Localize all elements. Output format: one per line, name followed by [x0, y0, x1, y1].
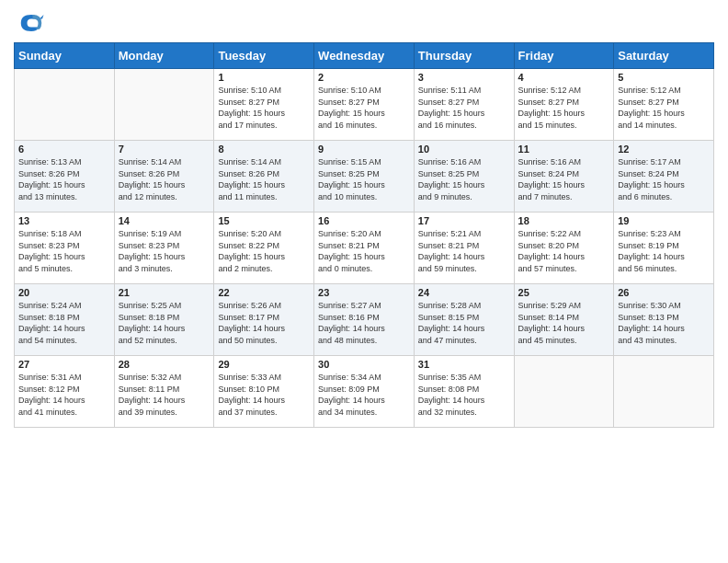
calendar-cell: 3Sunrise: 5:11 AM Sunset: 8:27 PM Daylig… — [414, 69, 514, 141]
calendar-week-row: 13Sunrise: 5:18 AM Sunset: 8:23 PM Dayli… — [15, 213, 714, 284]
calendar-cell: 21Sunrise: 5:25 AM Sunset: 8:18 PM Dayli… — [114, 284, 214, 356]
logo-icon — [17, 9, 45, 37]
calendar-cell: 23Sunrise: 5:27 AM Sunset: 8:16 PM Dayli… — [314, 284, 415, 356]
day-info: Sunrise: 5:15 AM Sunset: 8:25 PM Dayligh… — [318, 156, 410, 202]
day-number: 9 — [318, 144, 410, 155]
calendar-cell: 4Sunrise: 5:12 AM Sunset: 8:27 PM Daylig… — [514, 69, 614, 141]
day-number: 5 — [618, 72, 710, 83]
calendar-cell: 13Sunrise: 5:18 AM Sunset: 8:23 PM Dayli… — [15, 213, 115, 284]
day-info: Sunrise: 5:22 AM Sunset: 8:20 PM Dayligh… — [518, 228, 610, 274]
calendar-cell: 14Sunrise: 5:19 AM Sunset: 8:23 PM Dayli… — [114, 213, 214, 284]
calendar-cell: 2Sunrise: 5:10 AM Sunset: 8:27 PM Daylig… — [314, 69, 415, 141]
day-number: 6 — [18, 144, 110, 155]
calendar-week-row: 27Sunrise: 5:31 AM Sunset: 8:12 PM Dayli… — [15, 356, 714, 428]
day-info: Sunrise: 5:31 AM Sunset: 8:12 PM Dayligh… — [18, 372, 110, 418]
day-number: 4 — [518, 72, 610, 83]
day-info: Sunrise: 5:28 AM Sunset: 8:15 PM Dayligh… — [418, 300, 510, 346]
calendar-cell: 8Sunrise: 5:14 AM Sunset: 8:26 PM Daylig… — [214, 141, 314, 213]
day-info: Sunrise: 5:29 AM Sunset: 8:14 PM Dayligh… — [518, 300, 610, 346]
calendar-cell: 31Sunrise: 5:35 AM Sunset: 8:08 PM Dayli… — [414, 356, 514, 428]
calendar-cell — [114, 69, 214, 141]
day-info: Sunrise: 5:11 AM Sunset: 8:27 PM Dayligh… — [418, 85, 510, 131]
day-number: 13 — [18, 215, 110, 226]
calendar-header-friday: Friday — [514, 43, 614, 69]
day-info: Sunrise: 5:23 AM Sunset: 8:19 PM Dayligh… — [618, 228, 710, 274]
day-number: 14 — [119, 215, 210, 226]
day-info: Sunrise: 5:34 AM Sunset: 8:09 PM Dayligh… — [318, 372, 410, 418]
calendar-cell: 28Sunrise: 5:32 AM Sunset: 8:11 PM Dayli… — [114, 356, 214, 428]
calendar-cell: 25Sunrise: 5:29 AM Sunset: 8:14 PM Dayli… — [514, 284, 614, 356]
day-number: 18 — [518, 215, 610, 226]
day-info: Sunrise: 5:30 AM Sunset: 8:13 PM Dayligh… — [618, 300, 710, 346]
calendar-cell: 20Sunrise: 5:24 AM Sunset: 8:18 PM Dayli… — [15, 284, 115, 356]
calendar-header-thursday: Thursday — [414, 43, 514, 69]
day-info: Sunrise: 5:32 AM Sunset: 8:11 PM Dayligh… — [119, 372, 210, 418]
day-number: 12 — [618, 144, 710, 155]
day-number: 23 — [318, 287, 410, 298]
calendar-cell — [514, 356, 614, 428]
day-number: 27 — [18, 359, 110, 370]
calendar-header-tuesday: Tuesday — [214, 43, 314, 69]
calendar-cell: 26Sunrise: 5:30 AM Sunset: 8:13 PM Dayli… — [614, 284, 714, 356]
calendar-header-monday: Monday — [114, 43, 214, 69]
day-info: Sunrise: 5:12 AM Sunset: 8:27 PM Dayligh… — [618, 85, 710, 131]
day-info: Sunrise: 5:14 AM Sunset: 8:26 PM Dayligh… — [119, 156, 210, 202]
calendar-cell: 16Sunrise: 5:20 AM Sunset: 8:21 PM Dayli… — [314, 213, 415, 284]
day-number: 24 — [418, 287, 510, 298]
day-info: Sunrise: 5:16 AM Sunset: 8:24 PM Dayligh… — [518, 156, 610, 202]
day-number: 11 — [518, 144, 610, 155]
day-number: 7 — [119, 144, 210, 155]
calendar-cell: 29Sunrise: 5:33 AM Sunset: 8:10 PM Dayli… — [214, 356, 314, 428]
day-number: 10 — [418, 144, 510, 155]
day-number: 28 — [119, 359, 210, 370]
day-info: Sunrise: 5:26 AM Sunset: 8:17 PM Dayligh… — [218, 300, 310, 346]
day-info: Sunrise: 5:10 AM Sunset: 8:27 PM Dayligh… — [318, 85, 410, 131]
day-number: 29 — [218, 359, 310, 370]
calendar-cell — [15, 69, 115, 141]
calendar-week-row: 6Sunrise: 5:13 AM Sunset: 8:26 PM Daylig… — [15, 141, 714, 213]
day-info: Sunrise: 5:35 AM Sunset: 8:08 PM Dayligh… — [418, 372, 510, 418]
header — [14, 9, 714, 37]
calendar-cell: 6Sunrise: 5:13 AM Sunset: 8:26 PM Daylig… — [15, 141, 115, 213]
calendar-cell: 9Sunrise: 5:15 AM Sunset: 8:25 PM Daylig… — [314, 141, 415, 213]
day-info: Sunrise: 5:12 AM Sunset: 8:27 PM Dayligh… — [518, 85, 610, 131]
calendar-cell: 5Sunrise: 5:12 AM Sunset: 8:27 PM Daylig… — [614, 69, 714, 141]
calendar-week-row: 1Sunrise: 5:10 AM Sunset: 8:27 PM Daylig… — [15, 69, 714, 141]
day-info: Sunrise: 5:13 AM Sunset: 8:26 PM Dayligh… — [18, 156, 110, 202]
calendar-cell: 19Sunrise: 5:23 AM Sunset: 8:19 PM Dayli… — [614, 213, 714, 284]
calendar-cell: 22Sunrise: 5:26 AM Sunset: 8:17 PM Dayli… — [214, 284, 314, 356]
calendar-header-saturday: Saturday — [614, 43, 714, 69]
calendar-week-row: 20Sunrise: 5:24 AM Sunset: 8:18 PM Dayli… — [15, 284, 714, 356]
day-info: Sunrise: 5:16 AM Sunset: 8:25 PM Dayligh… — [418, 156, 510, 202]
day-info: Sunrise: 5:18 AM Sunset: 8:23 PM Dayligh… — [18, 228, 110, 274]
calendar-cell: 24Sunrise: 5:28 AM Sunset: 8:15 PM Dayli… — [414, 284, 514, 356]
day-number: 26 — [618, 287, 710, 298]
calendar-header-sunday: Sunday — [15, 43, 115, 69]
day-number: 19 — [618, 215, 710, 226]
day-number: 2 — [318, 72, 410, 83]
day-info: Sunrise: 5:25 AM Sunset: 8:18 PM Dayligh… — [119, 300, 210, 346]
day-number: 21 — [119, 287, 210, 298]
calendar-cell — [614, 356, 714, 428]
calendar-cell: 15Sunrise: 5:20 AM Sunset: 8:22 PM Dayli… — [214, 213, 314, 284]
calendar-cell: 10Sunrise: 5:16 AM Sunset: 8:25 PM Dayli… — [414, 141, 514, 213]
logo — [14, 9, 45, 37]
page: SundayMondayTuesdayWednesdayThursdayFrid… — [0, 0, 728, 437]
calendar-cell: 12Sunrise: 5:17 AM Sunset: 8:24 PM Dayli… — [614, 141, 714, 213]
day-number: 17 — [418, 215, 510, 226]
day-info: Sunrise: 5:33 AM Sunset: 8:10 PM Dayligh… — [218, 372, 310, 418]
day-number: 3 — [418, 72, 510, 83]
calendar-cell: 27Sunrise: 5:31 AM Sunset: 8:12 PM Dayli… — [15, 356, 115, 428]
day-number: 20 — [18, 287, 110, 298]
day-info: Sunrise: 5:24 AM Sunset: 8:18 PM Dayligh… — [18, 300, 110, 346]
calendar-cell: 11Sunrise: 5:16 AM Sunset: 8:24 PM Dayli… — [514, 141, 614, 213]
calendar-cell: 1Sunrise: 5:10 AM Sunset: 8:27 PM Daylig… — [214, 69, 314, 141]
day-number: 31 — [418, 359, 510, 370]
day-info: Sunrise: 5:10 AM Sunset: 8:27 PM Dayligh… — [218, 85, 310, 131]
calendar-cell: 30Sunrise: 5:34 AM Sunset: 8:09 PM Dayli… — [314, 356, 415, 428]
day-info: Sunrise: 5:21 AM Sunset: 8:21 PM Dayligh… — [418, 228, 510, 274]
calendar-cell: 7Sunrise: 5:14 AM Sunset: 8:26 PM Daylig… — [114, 141, 214, 213]
day-number: 8 — [218, 144, 310, 155]
day-info: Sunrise: 5:20 AM Sunset: 8:22 PM Dayligh… — [218, 228, 310, 274]
day-number: 15 — [218, 215, 310, 226]
